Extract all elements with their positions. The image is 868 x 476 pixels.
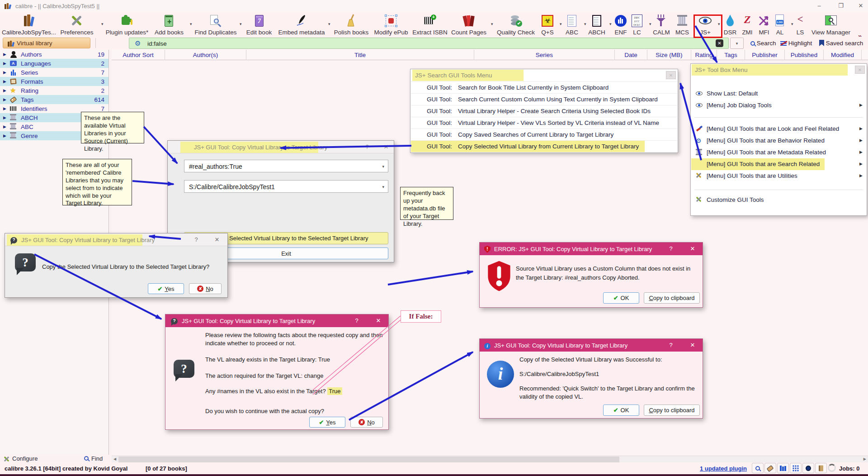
- eye-filter-button[interactable]: [802, 463, 814, 473]
- menu-item-copy-saved-searches[interactable]: GUI Tool:Copy Saved Searches of Current …: [411, 129, 677, 140]
- menu-item-vl-helper-view[interactable]: GUI Tool:Virtual Library Helper - View V…: [411, 117, 677, 129]
- toolbar-item-lc[interactable]: DDCLCCOCLC LC: [629, 12, 645, 37]
- abch-dropdown-icon[interactable]: ▾: [609, 22, 612, 26]
- configure-button[interactable]: Configure: [12, 455, 38, 462]
- toolbox-item-search-related[interactable]: [Menu] GUI Tools that are Search Related…: [691, 158, 866, 170]
- sidebar-item-languages[interactable]: ▶ A Languages2: [0, 59, 108, 68]
- toolbar-item-quality-check[interactable]: ✔ Quality Check: [495, 12, 537, 37]
- copy-to-clipboard-button[interactable]: Copy to clipboard: [644, 405, 700, 416]
- toolbox-item-metadata[interactable]: [Menu] GUI Tools that are Metadata Relat…: [691, 147, 866, 158]
- toolbar-item-view-manager[interactable]: View Manager: [807, 12, 854, 37]
- menu-close-icon[interactable]: ✕: [666, 71, 676, 79]
- cover-browser-button[interactable]: [777, 463, 789, 473]
- toolbox-item-look-and-feel[interactable]: [Menu] GUI Tools that are Look and Feel …: [691, 123, 866, 135]
- expand-icon[interactable]: ▶: [3, 79, 6, 84]
- toolbox-item-customize[interactable]: Customize GUI Tools: [691, 194, 866, 206]
- maximize-button[interactable]: ❐: [833, 1, 849, 10]
- clear-search-icon[interactable]: ✕: [716, 39, 723, 47]
- help-button[interactable]: ?: [352, 317, 362, 325]
- jsplus-dropdown-icon[interactable]: ▾: [718, 22, 720, 26]
- close-button[interactable]: ✕: [381, 143, 391, 151]
- toolbar-item-dsr[interactable]: DSR: [722, 12, 739, 37]
- toolbar-item-ls[interactable]: < LS: [793, 12, 807, 37]
- toolbar-item-calm[interactable]: CALM: [651, 12, 672, 37]
- toolbar-item-qs[interactable]: ☣ Q+S: [538, 12, 557, 37]
- count-pages-dropdown-icon[interactable]: ▾: [491, 22, 493, 26]
- column-header-title[interactable]: Title: [246, 50, 474, 60]
- toolbar-item-jsplus[interactable]: JS+: [695, 12, 715, 37]
- menu-item-search-custom-column[interactable]: GUI Tool:Search Current Custom Column Us…: [411, 93, 677, 105]
- embed-metadata-dropdown-icon[interactable]: ▾: [328, 22, 330, 26]
- toolbar-item-add-books[interactable]: + Add books: [150, 12, 188, 37]
- menu-item-copy-virtual-library[interactable]: GUI Tool:Copy Selected Virtual Library f…: [411, 140, 677, 152]
- toolbar-item-count-pages[interactable]: Count Pages: [449, 12, 488, 37]
- no-button[interactable]: ✘No: [189, 283, 222, 294]
- column-header-author-sort[interactable]: Author Sort: [112, 50, 165, 60]
- sidebar-item-tags[interactable]: ▶ Tags614: [0, 95, 108, 104]
- abc-dropdown-icon[interactable]: ▾: [584, 22, 586, 26]
- no-button[interactable]: ✘No: [350, 417, 383, 428]
- target-library-dropdown[interactable]: S:/Calibre/CalibreJobSpyTest1▾: [184, 180, 388, 193]
- saved-search-button[interactable]: Saved search: [819, 40, 863, 47]
- source-vl-dropdown[interactable]: #real_authors:True▾: [184, 160, 388, 172]
- close-button[interactable]: ✕: [688, 245, 698, 253]
- expand-icon[interactable]: ▶: [3, 97, 6, 102]
- toolbar-item-al[interactable]: LOG AL: [772, 12, 788, 37]
- expand-icon[interactable]: ▶: [3, 88, 6, 93]
- close-button[interactable]: ✕: [853, 1, 868, 10]
- toolbar-item-polish-books[interactable]: Polish books: [331, 12, 372, 37]
- toolbox-item-show-last[interactable]: Show Last: Default: [691, 88, 866, 100]
- help-button[interactable]: ?: [666, 341, 676, 349]
- toolbar-item-embed-metadata[interactable]: Embed metadata: [277, 12, 326, 37]
- sidebar-item-rating[interactable]: ▶ ★ Rating2: [0, 86, 108, 95]
- find-button[interactable]: Find: [91, 455, 103, 462]
- yes-button[interactable]: ✔Yes: [309, 417, 345, 428]
- expand-icon[interactable]: ▶: [3, 52, 6, 57]
- column-header-published[interactable]: Published: [785, 50, 824, 60]
- close-button[interactable]: ✕: [688, 341, 698, 349]
- horizontal-scrollbar[interactable]: ◀ ▶: [112, 456, 868, 462]
- minimize-button[interactable]: –: [811, 1, 827, 10]
- yes-button[interactable]: ✔Yes: [148, 283, 184, 294]
- column-header-date[interactable]: Date: [615, 50, 647, 60]
- search-dropdown-button[interactable]: ▾: [730, 38, 744, 49]
- scrollbar-thumb[interactable]: [118, 457, 619, 462]
- toolbar-item-edit-book[interactable]: 7 Edit book: [241, 12, 277, 37]
- search-highlight-toggle-button[interactable]: [752, 463, 764, 473]
- jobs-button[interactable]: Jobs: 0: [839, 465, 860, 472]
- tag-browser-toggle-button[interactable]: [764, 463, 776, 473]
- sidebar-item-series[interactable]: ▶ Series7: [0, 68, 108, 77]
- toolbar-item-preferences[interactable]: Preferences: [53, 12, 100, 37]
- sidebar-item-formats[interactable]: ▶ Formats3: [0, 77, 108, 86]
- search-button[interactable]: Search: [750, 40, 776, 47]
- help-button[interactable]: ?: [362, 143, 372, 151]
- updated-plugin-link[interactable]: 1 updated plugin: [700, 465, 747, 472]
- copy-to-clipboard-button[interactable]: Copy to clipboard: [644, 292, 700, 304]
- help-button[interactable]: ?: [666, 245, 676, 253]
- search-input[interactable]: ⚙ id:false: [129, 38, 729, 49]
- book-details-toggle-button[interactable]: [815, 463, 827, 473]
- add-books-dropdown-icon[interactable]: ▾: [190, 22, 192, 26]
- search-gear-icon[interactable]: ⚙: [135, 39, 141, 48]
- toolbox-item-utilities[interactable]: [Menu] GUI Tools that are Utilities ▶: [691, 170, 866, 182]
- virtual-library-button[interactable]: Virtual library: [3, 38, 90, 48]
- toolbar-item-abc[interactable]: ABC: [563, 12, 580, 37]
- scroll-left-icon[interactable]: ◀: [113, 457, 116, 461]
- close-button[interactable]: ✕: [373, 317, 383, 325]
- toolbar-item-zmi[interactable]: Z ZMI: [739, 12, 756, 37]
- column-header-tags[interactable]: Tags: [717, 50, 745, 60]
- toolbar-item-find-duplicates[interactable]: Find Duplicates: [193, 12, 239, 37]
- toolbar-item-plugin-updates[interactable]: Plugin updates*: [103, 12, 151, 37]
- qs-dropdown-icon[interactable]: ▾: [560, 22, 562, 26]
- column-header-series[interactable]: Series: [474, 50, 615, 60]
- close-button[interactable]: ✕: [212, 236, 222, 244]
- highlight-button[interactable]: Highlight: [780, 40, 812, 47]
- toolbar-item-mfi[interactable]: MFI: [756, 12, 772, 37]
- menu-item-vl-helper-create[interactable]: GUI Tool:Virtual Library Helper - Create…: [411, 105, 677, 117]
- toolbox-item-job-dialog-tools[interactable]: [Menu] Job Dialog Tools ▶: [691, 100, 866, 111]
- menu-item-search-title-list[interactable]: GUI Tool:Search for Book Title List Curr…: [411, 81, 677, 93]
- expand-icon[interactable]: ▶: [3, 106, 6, 111]
- toolbar-item-abch[interactable]: ABCH: [587, 12, 607, 37]
- toolbar-item-enf[interactable]: ENF: [612, 12, 629, 37]
- toolbox-item-behavior[interactable]: ⚙ [Menu] GUI Tools that are Behavior Rel…: [691, 135, 866, 147]
